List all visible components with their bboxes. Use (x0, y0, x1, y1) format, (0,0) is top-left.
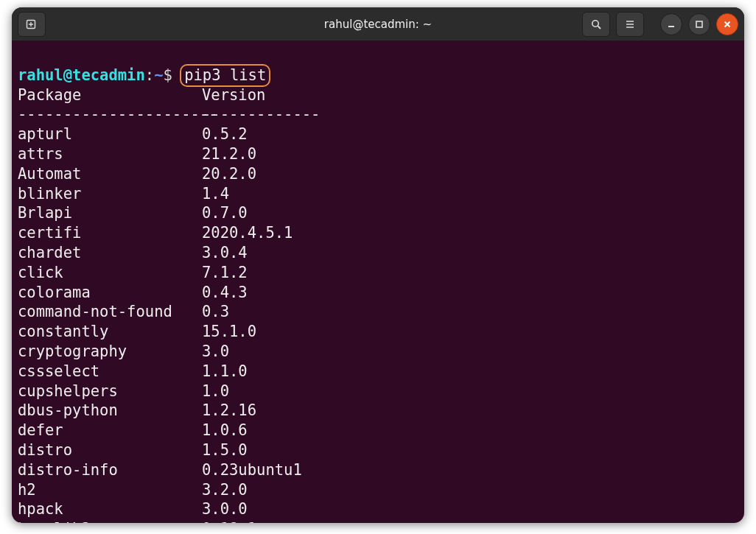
package-version: 0.3 (202, 303, 229, 320)
package-name: certifi (18, 223, 202, 243)
package-version: 0.23ubuntu1 (202, 461, 302, 479)
package-name: cryptography (18, 342, 202, 362)
terminal-body[interactable]: rahul@tecadmin:~$ pip3 list PackageVersi… (12, 41, 744, 523)
package-name: distro-info (18, 460, 202, 480)
close-icon (723, 20, 732, 29)
new-tab-icon (26, 18, 38, 30)
table-row: blinker1.4 (18, 184, 738, 204)
package-version: 20.2.0 (202, 165, 256, 183)
hamburger-menu-button[interactable] (616, 12, 644, 37)
command-highlight-box: pip3 list (180, 64, 270, 87)
maximize-icon (695, 20, 704, 29)
prompt-userhost: rahul@tecadmin (18, 66, 145, 84)
package-name: distro (18, 440, 202, 460)
table-row: chardet3.0.4 (18, 243, 738, 263)
table-row: distro-info0.23ubuntu1 (18, 460, 738, 480)
package-name: chardet (18, 243, 202, 263)
package-version: 1.2.16 (202, 401, 256, 419)
typed-command: pip3 list (184, 66, 266, 84)
table-row: colorama0.4.3 (18, 283, 738, 303)
table-row: command-not-found0.3 (18, 302, 738, 322)
minimize-button[interactable] (660, 13, 682, 35)
package-name: httplib2 (18, 519, 202, 523)
package-version: 7.1.2 (202, 264, 248, 281)
table-row: distro1.5.0 (18, 440, 738, 460)
package-name: Automat (18, 164, 202, 184)
package-version: 15.1.0 (202, 323, 256, 340)
search-button[interactable] (582, 12, 610, 37)
table-row: dbus-python1.2.16 (18, 401, 738, 421)
table-row: attrs21.2.0 (18, 144, 738, 164)
package-name: apturl (18, 124, 202, 144)
header-version: Version (202, 86, 265, 104)
titlebar: rahul@tecadmin: ~ (12, 7, 744, 41)
close-button[interactable] (716, 13, 738, 35)
package-name: blinker (18, 184, 202, 204)
package-version: 1.0 (202, 382, 229, 400)
divider-package: ---------------------- (18, 105, 202, 124)
package-version: 3.2.0 (202, 481, 248, 499)
packages-divider-row: ----------------------------------- (18, 105, 738, 124)
minimize-icon (667, 20, 676, 29)
package-name: attrs (18, 144, 202, 164)
terminal-window: rahul@tecadmin: ~ (12, 7, 744, 523)
package-name: hpack (18, 499, 202, 519)
table-row: Brlapi0.7.0 (18, 203, 738, 223)
table-row: cssselect1.1.0 (18, 362, 738, 382)
prompt-path: ~ (154, 66, 163, 84)
package-name: click (18, 263, 202, 283)
package-version: 0.4.3 (202, 284, 248, 301)
package-name: h2 (18, 480, 202, 500)
maximize-button[interactable] (688, 13, 710, 35)
table-row: cryptography3.0 (18, 342, 738, 362)
table-row: constantly15.1.0 (18, 322, 738, 342)
table-row: certifi2020.4.5.1 (18, 223, 738, 243)
table-row: hpack3.0.0 (18, 499, 738, 519)
package-name: Brlapi (18, 203, 202, 223)
package-name: defer (18, 421, 202, 440)
package-version: 0.5.2 (202, 125, 248, 143)
header-package: Package (18, 85, 202, 105)
package-name: cupshelpers (18, 382, 202, 401)
divider-version: ------------- (202, 105, 320, 123)
svg-rect-9 (696, 21, 702, 27)
hamburger-icon (624, 18, 636, 30)
table-row: apturl0.5.2 (18, 124, 738, 144)
package-name: cssselect (18, 362, 202, 382)
svg-point-3 (592, 20, 598, 26)
package-version: 0.18.1 (202, 520, 256, 523)
new-tab-button[interactable] (18, 12, 46, 37)
package-name: command-not-found (18, 302, 202, 322)
table-row: httplib20.18.1 (18, 519, 738, 523)
package-version: 21.2.0 (202, 145, 256, 163)
package-version: 1.5.0 (202, 441, 248, 459)
package-list: apturl0.5.2attrs21.2.0Automat20.2.0blink… (18, 124, 738, 523)
prompt-dollar: $ (163, 66, 172, 84)
package-version: 3.0.0 (202, 500, 248, 518)
table-row: defer1.0.6 (18, 421, 738, 440)
package-version: 0.7.0 (202, 204, 248, 222)
table-row: Automat20.2.0 (18, 164, 738, 184)
package-name: dbus-python (18, 401, 202, 421)
package-version: 3.0.4 (202, 244, 248, 261)
search-icon (590, 18, 602, 30)
table-row: cupshelpers1.0 (18, 382, 738, 401)
table-row: click7.1.2 (18, 263, 738, 283)
table-row: h23.2.0 (18, 480, 738, 500)
svg-line-4 (598, 26, 601, 29)
packages-header-row: PackageVersion (18, 85, 738, 105)
package-version: 2020.4.5.1 (202, 224, 293, 242)
package-version: 1.4 (202, 185, 229, 203)
package-version: 3.0 (202, 342, 229, 360)
package-name: constantly (18, 322, 202, 342)
package-name: colorama (18, 283, 202, 303)
package-version: 1.0.6 (202, 421, 248, 439)
package-version: 1.1.0 (202, 362, 248, 380)
prompt-colon: : (145, 66, 154, 84)
